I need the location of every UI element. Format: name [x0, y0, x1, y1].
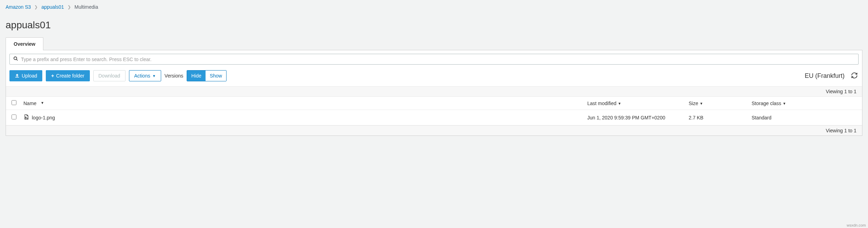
versions-show-option[interactable]: Show	[206, 71, 226, 81]
chevron-down-icon: ▼	[152, 74, 156, 78]
cell-last-modified: Jun 1, 2020 9:59:39 PM GMT+0200	[587, 115, 689, 120]
main-panel: Upload + Create folder Download Actions …	[6, 50, 862, 136]
svg-point-0	[14, 57, 17, 60]
search-input-wrap[interactable]	[9, 54, 859, 65]
breadcrumb: Amazon S3 ❯ appuals01 ❯ Multimedia	[0, 0, 868, 14]
actions-dropdown[interactable]: Actions ▼	[129, 70, 161, 81]
region-label: EU (Frankfurt)	[805, 72, 845, 80]
column-header-storage-class[interactable]: Storage class▼	[752, 101, 856, 106]
versions-label: Versions	[165, 73, 184, 79]
select-all-checkbox[interactable]	[12, 100, 16, 105]
page-title: appuals01	[6, 20, 862, 31]
svg-line-1	[16, 59, 18, 61]
table-header: Name▼ Last modified▼ Size▼ Storage class…	[6, 97, 862, 110]
svg-rect-2	[15, 77, 19, 78]
breadcrumb-current: Multimedia	[74, 4, 98, 10]
pager-top: Viewing 1 to 1	[6, 86, 862, 97]
column-header-size[interactable]: Size▼	[689, 101, 752, 106]
search-icon	[13, 56, 18, 62]
tabs: Overview	[6, 37, 862, 50]
create-folder-button[interactable]: + Create folder	[46, 70, 89, 81]
plus-icon: +	[51, 73, 54, 79]
search-input[interactable]	[21, 57, 855, 62]
chevron-right-icon: ❯	[67, 5, 71, 9]
toolbar: Upload + Create folder Download Actions …	[6, 68, 862, 86]
object-table: Name▼ Last modified▼ Size▼ Storage class…	[6, 97, 862, 125]
sort-caret-icon: ▼	[618, 102, 621, 105]
column-header-name[interactable]: Name▼	[23, 101, 587, 106]
download-label: Download	[99, 73, 120, 79]
pager-bottom: Viewing 1 to 1	[6, 125, 862, 135]
row-checkbox[interactable]	[12, 115, 16, 119]
cell-storage-class: Standard	[752, 115, 856, 120]
versions-toggle[interactable]: Hide Show	[187, 70, 227, 81]
breadcrumb-link-root[interactable]: Amazon S3	[6, 4, 31, 10]
sort-caret-icon: ▼	[783, 102, 786, 105]
sort-caret-icon: ▼	[41, 101, 44, 105]
file-image-icon	[23, 114, 29, 121]
chevron-right-icon: ❯	[34, 5, 38, 9]
upload-icon	[15, 73, 20, 79]
table-row: logo-1.png Jun 1, 2020 9:59:39 PM GMT+02…	[6, 110, 862, 125]
refresh-button[interactable]	[851, 72, 859, 80]
download-button: Download	[93, 70, 125, 81]
versions-hide-option[interactable]: Hide	[187, 71, 206, 81]
cell-size: 2.7 KB	[689, 115, 752, 120]
breadcrumb-link-bucket[interactable]: appuals01	[41, 4, 64, 10]
upload-button[interactable]: Upload	[9, 70, 42, 81]
upload-label: Upload	[22, 73, 37, 79]
column-header-last-modified[interactable]: Last modified▼	[587, 101, 689, 106]
tab-overview[interactable]: Overview	[6, 37, 43, 50]
object-name-link[interactable]: logo-1.png	[32, 115, 55, 120]
actions-label: Actions	[134, 73, 150, 79]
create-folder-label: Create folder	[56, 73, 85, 79]
sort-caret-icon: ▼	[700, 102, 703, 105]
